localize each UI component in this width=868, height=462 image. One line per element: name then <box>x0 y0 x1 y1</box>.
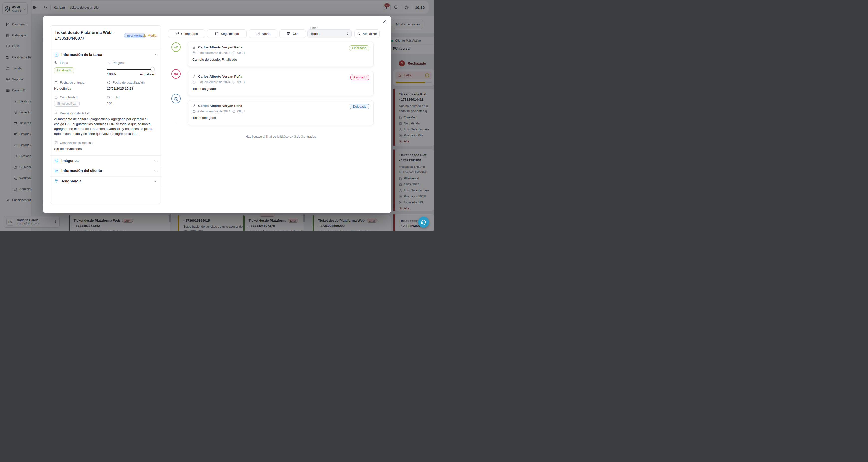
chevron-up-icon[interactable] <box>154 53 157 56</box>
entry-time: 08:57 <box>237 110 245 113</box>
timeline-line <box>176 41 176 123</box>
timeline-status-icon-delegado <box>171 94 181 103</box>
warning-triangle-icon <box>143 34 146 37</box>
user-list-icon <box>54 179 59 183</box>
entry-message: Ticket asignado <box>192 87 369 91</box>
gauge-icon <box>54 95 58 99</box>
ticket-info-panel: Ticket desde Plataforma Web - 1733510446… <box>50 25 161 204</box>
update-progress-link[interactable]: Actualizar <box>136 73 154 76</box>
observaciones-value: Sin observaciones <box>54 147 82 151</box>
comentario-button[interactable]: Comentario <box>168 29 205 38</box>
entry-date: 9 de diciembre de 2024 <box>198 110 230 113</box>
select-arrows-icon <box>347 32 349 35</box>
ticket-detail-modal: Ticket desde Plataforma Web - 1733510446… <box>43 16 391 213</box>
timeline-status-icon-asignado <box>171 69 181 79</box>
entry-message: Ticket delegado <box>192 116 369 120</box>
actualizar-button[interactable]: Actualizar <box>354 29 380 38</box>
speech-bubble-icon <box>54 141 58 145</box>
calendar-icon <box>54 81 58 84</box>
progreso-label: Progreso <box>113 61 125 65</box>
fecha-actualizacion-value: 25/01/2025 10:23 <box>107 87 133 90</box>
fecha-entrega-label: Fecha de entrega <box>60 81 84 84</box>
complejidad-label: Complejidad <box>60 95 77 99</box>
notebook-icon <box>256 32 260 36</box>
complejidad-value-badge: Sin especificar <box>54 100 80 107</box>
person-icon <box>192 46 196 49</box>
ticket-title: Ticket desde Plataforma Web - <box>55 30 126 35</box>
person-icon <box>192 104 196 108</box>
slider-knob[interactable] <box>151 67 155 71</box>
fecha-entrega-value: No definida <box>54 87 71 90</box>
notas-button[interactable]: Notas <box>249 29 277 38</box>
folio-ticket-icon <box>107 95 111 99</box>
section-informacion-tarea[interactable]: Información de la tarea <box>54 52 157 57</box>
etapa-label: Etapa <box>60 61 68 65</box>
support-chat-fab[interactable] <box>418 216 429 228</box>
clock-icon <box>232 110 236 113</box>
observaciones-label: Observaciones internas <box>60 141 92 145</box>
app-root: Kanban → tickets de desarrollo 4 10:30 <box>0 0 434 231</box>
close-icon[interactable] <box>382 20 386 24</box>
image-icon <box>54 158 59 163</box>
timeline-entry[interactable]: Carlos Alberto Veryan Peña 9 de diciembr… <box>188 100 374 125</box>
entry-author: Carlos Alberto Veryan Peña <box>198 46 242 49</box>
entry-date: 9 de diciembre de 2024 <box>198 80 230 84</box>
comment-user-icon <box>54 111 58 115</box>
clipboard-icon <box>54 52 59 57</box>
clock-icon <box>107 81 111 84</box>
section-imagenes[interactable]: Imágenes <box>54 158 157 163</box>
follow-up-icon <box>215 32 219 36</box>
ticket-title-id: 1733510446077 <box>55 35 126 41</box>
entry-status-badge: Finalizado <box>349 46 369 51</box>
entry-date: 9 de diciembre de 2024 <box>198 51 230 55</box>
entry-author: Carlos Alberto Veryan Peña <box>198 75 242 78</box>
chevron-down-icon[interactable] <box>154 159 157 162</box>
folio-value: 164 <box>107 101 113 105</box>
folio-label: Folio <box>113 95 119 99</box>
descripcion-label: Descripción del ticket <box>60 112 89 115</box>
descripcion-value: Al momento de editar el diagnóstico y ag… <box>54 117 156 136</box>
entry-message: Cambio de estado: Finalizado <box>192 58 369 61</box>
calendar-icon <box>192 80 196 84</box>
filter-value: Todos <box>311 32 319 36</box>
timeline-entry[interactable]: Carlos Alberto Veryan Peña 9 de diciembr… <box>188 42 374 67</box>
ticket-type-badge: Tipo: Mejora <box>124 33 145 38</box>
headset-icon <box>421 219 427 225</box>
entry-author: Carlos Alberto Veryan Peña <box>198 104 242 108</box>
calendar-icon <box>192 110 196 113</box>
chevron-down-icon[interactable] <box>154 180 157 182</box>
calendar-icon <box>192 51 196 55</box>
id-card-icon <box>54 168 59 173</box>
entry-time: 09:01 <box>237 51 245 55</box>
filter-select[interactable]: Todos <box>307 29 352 38</box>
person-icon <box>192 75 196 78</box>
etapa-value-badge: Finalizado <box>54 67 74 73</box>
refresh-spark-icon <box>357 32 361 36</box>
progress-percent: 100% <box>107 72 116 76</box>
clock-icon <box>232 51 236 55</box>
timeline-entry[interactable]: Carlos Alberto Veryan Peña 9 de diciembr… <box>188 71 374 96</box>
section-informacion-cliente[interactable]: Información del cliente <box>54 168 157 173</box>
clock-icon <box>232 80 236 84</box>
percent-icon <box>107 61 111 65</box>
seguimiento-button[interactable]: Seguimiento <box>207 29 247 38</box>
progress-slider[interactable] <box>107 67 154 71</box>
fecha-actualizacion-label: Fecha de actualización <box>113 81 145 84</box>
comment-icon <box>175 32 179 36</box>
entry-time: 09:01 <box>237 80 245 84</box>
filter-label: Filtrar <box>309 26 318 29</box>
tag-icon <box>54 61 58 65</box>
timeline-status-icon-finalizado <box>171 42 181 52</box>
entry-status-badge: Delegado <box>350 104 369 109</box>
entry-status-badge: Asignado <box>350 75 369 80</box>
priority-indicator: Media <box>143 34 156 37</box>
chevron-down-icon[interactable] <box>154 169 157 172</box>
cita-button[interactable]: Cita <box>279 29 306 38</box>
section-asignado-a[interactable]: Asignado a <box>54 179 157 183</box>
appointment-icon <box>287 32 291 36</box>
timeline-end-message: Has llegado al final de la bitácora • 3 … <box>188 135 374 139</box>
